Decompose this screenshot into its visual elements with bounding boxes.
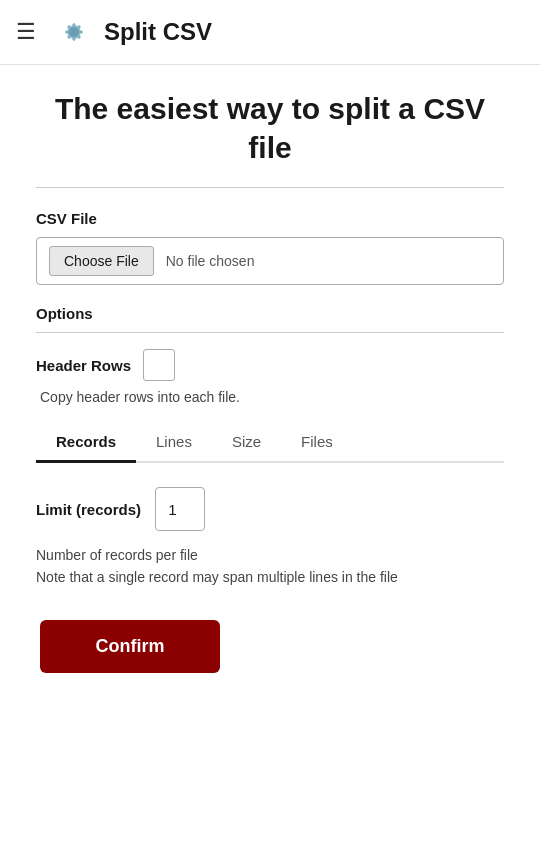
header-rows-row: Header Rows	[36, 349, 504, 381]
records-tab-content: Limit (records) Number of records per fi…	[36, 483, 504, 620]
tab-size[interactable]: Size	[212, 423, 281, 463]
choose-file-button[interactable]: Choose File	[49, 246, 154, 276]
logo-container: Split CSV	[52, 10, 212, 54]
records-description-line2: Note that a single record may span multi…	[36, 569, 398, 585]
limit-label: Limit (records)	[36, 501, 141, 518]
tab-lines[interactable]: Lines	[136, 423, 212, 463]
page-heading: The easiest way to split a CSV file	[36, 89, 504, 167]
options-label: Options	[36, 305, 504, 322]
tab-records[interactable]: Records	[36, 423, 136, 463]
main-content: The easiest way to split a CSV file CSV …	[0, 65, 540, 697]
menu-icon[interactable]: ☰	[16, 19, 36, 45]
confirm-button[interactable]: Confirm	[40, 620, 220, 673]
csv-file-section: CSV File Choose File No file chosen	[36, 210, 504, 285]
app-title: Split CSV	[104, 18, 212, 46]
app-logo	[52, 10, 96, 54]
copy-header-text: Copy header rows into each file.	[40, 389, 504, 405]
options-section: Options Header Rows Copy header rows int…	[36, 305, 504, 405]
no-file-text: No file chosen	[166, 253, 255, 269]
header-rows-label: Header Rows	[36, 357, 131, 374]
csv-file-label: CSV File	[36, 210, 504, 227]
svg-point-4	[69, 27, 79, 37]
tab-files[interactable]: Files	[281, 423, 353, 463]
header-rows-checkbox[interactable]	[143, 349, 175, 381]
header-divider	[36, 187, 504, 188]
records-description: Number of records per file Note that a s…	[36, 545, 504, 588]
tabs-container: Records Lines Size Files	[36, 423, 504, 463]
limit-input[interactable]	[155, 487, 205, 531]
file-input-wrapper: Choose File No file chosen	[36, 237, 504, 285]
app-header: ☰ Split CSV	[0, 0, 540, 65]
records-description-line1: Number of records per file	[36, 547, 198, 563]
limit-row: Limit (records)	[36, 487, 504, 531]
options-divider	[36, 332, 504, 333]
